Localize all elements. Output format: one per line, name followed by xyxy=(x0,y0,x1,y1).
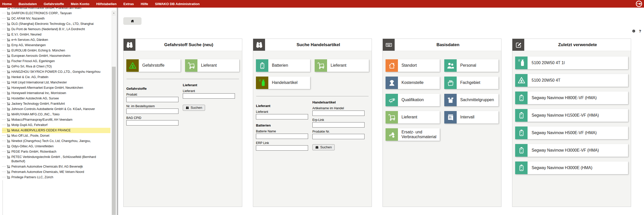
tree-item[interactable]: Continental Aftermarket GmbH, Frankfurt … xyxy=(2,8,110,11)
recent-item[interactable]: Segway Navimow H3000E (HMA) xyxy=(515,162,628,174)
recent-item[interactable]: Segway Navimow H800E-VF (HMA) xyxy=(515,92,628,104)
tree-item[interactable]: DLG (Shanghai) Electronic Technology Co.… xyxy=(2,21,110,27)
binoculars-icon xyxy=(253,39,265,51)
supplier-cart-icon xyxy=(7,165,10,169)
tree-connector xyxy=(2,8,6,8)
tree-item[interactable]: Honeywell Aftermarket Europe GmbH, Neunk… xyxy=(2,85,110,91)
tree-item-selected[interactable]: Motul, AUBERVILLIERS CEDEX FRANCE xyxy=(2,128,110,133)
produkt-input[interactable] xyxy=(126,97,178,102)
logout-icon[interactable] xyxy=(635,0,642,7)
tree-item[interactable]: European Aerosols GmbH, Hassmersheim xyxy=(2,53,110,59)
tree-item[interactable]: E.V.I. GmbH, Neuried xyxy=(2,32,110,37)
tree-item[interactable]: Ninebot (Changzhou) Tech Co, Ltd, Changz… xyxy=(2,138,110,144)
tree-connector xyxy=(2,18,6,19)
recent-item[interactable]: 5100 20W50 4T 1l xyxy=(515,57,628,69)
nav-item-gefahrstoffe[interactable]: Gefahrstoffe xyxy=(44,2,64,6)
sidebar-scrollbar[interactable] xyxy=(112,11,116,215)
nav-item-mein-konto[interactable]: Mein Konto xyxy=(71,2,90,6)
tree-item[interactable]: Jackery Technology GmbH, Frankfuhrt xyxy=(2,101,110,106)
tree-item[interactable]: Petromark Automotive Chemicals BV, AG Be… xyxy=(2,164,110,169)
recent-item[interactable]: Segway Navimow H500E-VF (HMA) xyxy=(515,127,628,139)
help-icon[interactable]: ? xyxy=(639,29,641,33)
produkte-nr-input[interactable] xyxy=(312,134,365,139)
tree-item[interactable]: Erny AG, Wiesendangen xyxy=(2,43,110,48)
tree-item[interactable]: Henkel & Cie. AG, Pratteln xyxy=(2,75,110,80)
tile-lieferant[interactable]: Lieferant xyxy=(386,111,440,123)
tree-item[interactable]: e+h Services AG, Däniken xyxy=(2,37,110,43)
batterie-name-input[interactable] xyxy=(256,134,308,139)
nav-item-hilfstabellen[interactable]: Hilfstabellen xyxy=(96,2,116,6)
bag-cpid-input[interactable] xyxy=(126,120,178,126)
tree-item[interactable]: Honeywell International Inc, Morristown xyxy=(2,91,110,96)
tree-item[interactable]: DC AFAM NV, Nazareth xyxy=(2,16,110,21)
supplier-cart-icon xyxy=(7,102,10,106)
suchen-button[interactable]: Suchen xyxy=(183,105,205,111)
artikelname-input[interactable] xyxy=(312,111,365,116)
tree-item[interactable]: Petromark Automotive Chemicals, ME Velse… xyxy=(2,169,110,175)
tree-item[interactable]: Johnson Controls Autobatterie GmbH & Co.… xyxy=(2,106,110,112)
tile-ersatz-verbrauchsmaterial[interactable]: Ersatz- und Verbrauchsmaterial xyxy=(386,128,440,141)
tree-item[interactable]: EUROLUB GmbH, Eching b. München xyxy=(2,48,110,53)
nav-item-home[interactable]: Home xyxy=(2,2,12,6)
scrollbar-up-button[interactable] xyxy=(112,11,116,15)
tree-connector xyxy=(2,125,6,125)
tile-lieferant[interactable]: Lieferant xyxy=(185,59,239,72)
spray-can-icon xyxy=(256,77,268,89)
tree-item[interactable]: Odys-Oiltec AG, Unteretfelden xyxy=(2,144,110,149)
lieferant-input[interactable] xyxy=(183,93,235,99)
settings-gear-icon[interactable] xyxy=(632,29,636,33)
recent-item[interactable]: 5100 20W50 4T xyxy=(515,74,628,87)
home-button[interactable] xyxy=(123,17,142,25)
tree-connector xyxy=(2,61,6,61)
supplier-cart-icon xyxy=(7,59,10,63)
nav-item-siwako-db-administration[interactable]: SIWAKO DB Administration xyxy=(155,2,200,6)
lieferant-input[interactable] xyxy=(256,114,308,119)
tile-intervall[interactable]: Intervall xyxy=(444,111,498,123)
nav-item-extras[interactable]: Extras xyxy=(124,2,134,6)
scrollbar-thumb[interactable] xyxy=(112,67,116,215)
supplier-cart-icon xyxy=(7,81,10,84)
erp-link-input[interactable] xyxy=(256,145,308,151)
tree-item[interactable]: PETEC Verbindungstechnik GmbH , Schlüsse… xyxy=(2,154,110,164)
tree-item[interactable]: MARUYAMA MFG.CO.,INC., Tokio xyxy=(2,112,110,117)
tile-qualifikation[interactable]: Qualifikation xyxy=(386,94,440,106)
nav-item-hilfe[interactable]: Hilfe xyxy=(141,2,148,6)
tree-item[interactable]: HANGZHOU SKYRICH POWER CO.,LTD., Gongshu… xyxy=(2,69,110,75)
panel-basisdaten: Basisdaten Standort Personal Kostenstell… xyxy=(383,39,501,207)
tree-item[interactable]: Muc-Off Ltd., Poole, Dorset xyxy=(2,133,110,138)
tile-kostenstelle[interactable]: Kostenstelle xyxy=(386,77,440,89)
supplier-cart-icon xyxy=(7,155,10,159)
tree-item[interactable]: Fischer Friosol AG, Egerkingen xyxy=(2,59,110,64)
tree-item[interactable]: Du Pont de Nemours (Nederland) B.V:, LA … xyxy=(2,27,110,32)
erp-link2-input[interactable] xyxy=(312,122,365,128)
supplier-cart-icon xyxy=(7,170,10,174)
tree-item[interactable]: Hostettler Autotechnik AG, Sursee xyxy=(2,96,110,101)
panel-header: Basisdaten xyxy=(383,39,501,51)
tree-item[interactable]: Holt Lloyd International Ltd, Manchester xyxy=(2,80,110,85)
panel-title: Gefahrstoff Suche (neu) xyxy=(135,39,242,51)
tile-fachgebiet[interactable]: Fachgebiet xyxy=(444,77,498,89)
nav-item-basisdaten[interactable]: Basisdaten xyxy=(19,2,37,6)
recent-item[interactable]: Segway Navimow H1500E-VF (HMA) xyxy=(515,109,628,122)
tile-handelsartikel[interactable]: Handelsartikel xyxy=(256,77,310,89)
tree-connector xyxy=(2,98,6,98)
tree-item[interactable]: Motip Dupli AG, Fehraltorf xyxy=(2,122,110,128)
panel-title: Suche Handelsartikel xyxy=(265,39,372,51)
tree-item[interactable]: Mobacc/Pharmaspray/Eurofill, AH Veendam xyxy=(2,117,110,122)
tile-lieferant[interactable]: Lieferant xyxy=(315,59,369,72)
tile-sachmittelgruppen[interactable]: Sachmittelgruppen xyxy=(444,94,498,106)
tree-item[interactable]: PEGE Parts GmbH, Rickenbach xyxy=(2,149,110,154)
nr-bestellsystem-input[interactable] xyxy=(126,109,178,114)
tile-gefahrstoffe[interactable]: Gefahrstoffe xyxy=(126,59,180,72)
tile-standort[interactable]: Standort xyxy=(386,59,440,72)
tree-connector xyxy=(2,172,6,172)
suchen-button[interactable]: Suchen xyxy=(312,144,335,150)
tree-item[interactable]: GiPro Srl, Riva di Chieri (TO) xyxy=(2,64,110,69)
tree-item[interactable]: Privilege Partners LLC, Zürich xyxy=(2,175,110,180)
supplier-cart-icon xyxy=(7,49,10,52)
tile-personal[interactable]: Personal xyxy=(444,59,498,72)
tree-item[interactable]: DARFON ELECTRONICS CORP., Taoyuan xyxy=(2,11,110,16)
recent-item[interactable]: Segway Navimow H3000E-VF (HMA) xyxy=(515,144,628,157)
supplier-cart-icon xyxy=(7,150,10,154)
tile-batterien[interactable]: Batterien xyxy=(256,59,310,72)
